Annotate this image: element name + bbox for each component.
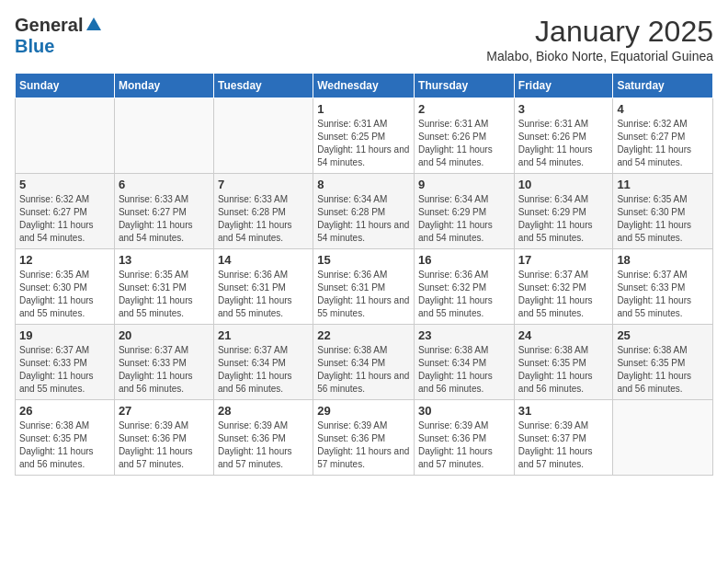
table-row	[613, 400, 713, 476]
day-number: 9	[418, 178, 510, 191]
day-number: 30	[418, 404, 510, 418]
table-row: 11Sunrise: 6:35 AM Sunset: 6:30 PM Dayli…	[613, 174, 713, 249]
day-info: Sunrise: 6:32 AM Sunset: 6:27 PM Dayligh…	[19, 193, 110, 245]
day-number: 27	[119, 404, 210, 418]
table-row: 6Sunrise: 6:33 AM Sunset: 6:27 PM Daylig…	[114, 174, 213, 249]
day-number: 4	[617, 102, 709, 116]
day-info: Sunrise: 6:36 AM Sunset: 6:32 PM Dayligh…	[418, 269, 510, 320]
logo: General Blue	[15, 15, 102, 57]
month-title: January 2025	[486, 15, 713, 49]
svg-marker-0	[86, 17, 101, 30]
day-info: Sunrise: 6:38 AM Sunset: 6:35 PM Dayligh…	[617, 344, 709, 396]
calendar-week-1: 1Sunrise: 6:31 AM Sunset: 6:25 PM Daylig…	[16, 98, 713, 174]
day-info: Sunrise: 6:38 AM Sunset: 6:34 PM Dayligh…	[418, 344, 510, 396]
day-info: Sunrise: 6:38 AM Sunset: 6:35 PM Dayligh…	[19, 419, 110, 471]
table-row: 13Sunrise: 6:35 AM Sunset: 6:31 PM Dayli…	[114, 249, 213, 325]
day-number: 15	[317, 253, 410, 267]
table-row: 20Sunrise: 6:37 AM Sunset: 6:33 PM Dayli…	[114, 325, 213, 400]
day-number: 7	[218, 178, 309, 191]
table-row: 26Sunrise: 6:38 AM Sunset: 6:35 PM Dayli…	[16, 400, 115, 476]
day-number: 28	[218, 404, 309, 418]
day-number: 29	[317, 404, 410, 418]
day-info: Sunrise: 6:32 AM Sunset: 6:27 PM Dayligh…	[617, 118, 709, 169]
table-row: 25Sunrise: 6:38 AM Sunset: 6:35 PM Dayli…	[613, 325, 713, 400]
day-number: 12	[19, 253, 110, 267]
day-number: 5	[19, 178, 110, 191]
logo-blue: Blue	[15, 36, 54, 56]
day-info: Sunrise: 6:39 AM Sunset: 6:36 PM Dayligh…	[418, 419, 510, 471]
table-row: 31Sunrise: 6:39 AM Sunset: 6:37 PM Dayli…	[514, 400, 613, 476]
title-block: January 2025 Malabo, Bioko Norte, Equato…	[486, 15, 713, 63]
day-info: Sunrise: 6:37 AM Sunset: 6:34 PM Dayligh…	[218, 344, 309, 396]
weekday-thursday: Thursday	[415, 74, 515, 98]
weekday-sunday: Sunday	[16, 74, 115, 98]
logo-general: General	[15, 15, 83, 36]
day-info: Sunrise: 6:34 AM Sunset: 6:29 PM Dayligh…	[518, 193, 609, 245]
day-number: 31	[518, 404, 609, 418]
day-number: 10	[518, 178, 609, 191]
weekday-saturday: Saturday	[613, 74, 713, 98]
day-info: Sunrise: 6:39 AM Sunset: 6:36 PM Dayligh…	[218, 419, 309, 471]
table-row: 3Sunrise: 6:31 AM Sunset: 6:26 PM Daylig…	[514, 98, 613, 174]
day-number: 11	[617, 178, 709, 191]
day-number: 2	[418, 102, 510, 116]
table-row: 19Sunrise: 6:37 AM Sunset: 6:33 PM Dayli…	[16, 325, 115, 400]
day-info: Sunrise: 6:39 AM Sunset: 6:37 PM Dayligh…	[518, 419, 609, 471]
day-info: Sunrise: 6:33 AM Sunset: 6:27 PM Dayligh…	[119, 193, 210, 245]
weekday-tuesday: Tuesday	[213, 74, 313, 98]
weekday-wednesday: Wednesday	[313, 74, 415, 98]
table-row: 12Sunrise: 6:35 AM Sunset: 6:30 PM Dayli…	[16, 249, 115, 325]
day-info: Sunrise: 6:35 AM Sunset: 6:31 PM Dayligh…	[119, 269, 210, 320]
calendar-table: SundayMondayTuesdayWednesdayThursdayFrid…	[15, 73, 713, 476]
day-info: Sunrise: 6:39 AM Sunset: 6:36 PM Dayligh…	[119, 419, 210, 471]
day-number: 24	[518, 328, 609, 342]
table-row: 21Sunrise: 6:37 AM Sunset: 6:34 PM Dayli…	[213, 325, 313, 400]
page-header: General Blue January 2025 Malabo, Bioko …	[15, 15, 713, 63]
table-row: 5Sunrise: 6:32 AM Sunset: 6:27 PM Daylig…	[16, 174, 115, 249]
table-row	[16, 98, 115, 174]
day-info: Sunrise: 6:37 AM Sunset: 6:33 PM Dayligh…	[119, 344, 210, 396]
table-row: 28Sunrise: 6:39 AM Sunset: 6:36 PM Dayli…	[213, 400, 313, 476]
day-number: 19	[19, 328, 110, 342]
day-number: 25	[617, 328, 709, 342]
day-info: Sunrise: 6:39 AM Sunset: 6:36 PM Dayligh…	[317, 419, 410, 471]
location-subtitle: Malabo, Bioko Norte, Equatorial Guinea	[486, 49, 713, 63]
day-number: 16	[418, 253, 510, 267]
day-number: 8	[317, 178, 410, 191]
day-number: 17	[518, 253, 609, 267]
calendar-week-5: 26Sunrise: 6:38 AM Sunset: 6:35 PM Dayli…	[16, 400, 713, 476]
weekday-header-row: SundayMondayTuesdayWednesdayThursdayFrid…	[16, 74, 713, 98]
table-row: 4Sunrise: 6:32 AM Sunset: 6:27 PM Daylig…	[613, 98, 713, 174]
table-row: 14Sunrise: 6:36 AM Sunset: 6:31 PM Dayli…	[213, 249, 313, 325]
table-row: 7Sunrise: 6:33 AM Sunset: 6:28 PM Daylig…	[213, 174, 313, 249]
day-info: Sunrise: 6:36 AM Sunset: 6:31 PM Dayligh…	[218, 269, 309, 320]
day-number: 6	[119, 178, 210, 191]
day-info: Sunrise: 6:36 AM Sunset: 6:31 PM Dayligh…	[317, 269, 410, 320]
day-info: Sunrise: 6:37 AM Sunset: 6:32 PM Dayligh…	[518, 269, 609, 320]
table-row: 23Sunrise: 6:38 AM Sunset: 6:34 PM Dayli…	[415, 325, 515, 400]
table-row: 8Sunrise: 6:34 AM Sunset: 6:28 PM Daylig…	[313, 174, 415, 249]
day-number: 13	[119, 253, 210, 267]
calendar-body: 1Sunrise: 6:31 AM Sunset: 6:25 PM Daylig…	[16, 98, 713, 476]
day-number: 20	[119, 328, 210, 342]
calendar-week-4: 19Sunrise: 6:37 AM Sunset: 6:33 PM Dayli…	[16, 325, 713, 400]
day-number: 23	[418, 328, 510, 342]
table-row: 30Sunrise: 6:39 AM Sunset: 6:36 PM Dayli…	[415, 400, 515, 476]
table-row: 9Sunrise: 6:34 AM Sunset: 6:29 PM Daylig…	[415, 174, 515, 249]
table-row: 16Sunrise: 6:36 AM Sunset: 6:32 PM Dayli…	[415, 249, 515, 325]
day-number: 1	[317, 102, 410, 116]
day-number: 3	[518, 102, 609, 116]
day-number: 22	[317, 328, 410, 342]
day-info: Sunrise: 6:31 AM Sunset: 6:26 PM Dayligh…	[418, 118, 510, 169]
day-info: Sunrise: 6:38 AM Sunset: 6:34 PM Dayligh…	[317, 344, 410, 396]
table-row: 29Sunrise: 6:39 AM Sunset: 6:36 PM Dayli…	[313, 400, 415, 476]
table-row: 17Sunrise: 6:37 AM Sunset: 6:32 PM Dayli…	[514, 249, 613, 325]
table-row: 27Sunrise: 6:39 AM Sunset: 6:36 PM Dayli…	[114, 400, 213, 476]
table-row: 2Sunrise: 6:31 AM Sunset: 6:26 PM Daylig…	[415, 98, 515, 174]
table-row	[213, 98, 313, 174]
calendar-week-2: 5Sunrise: 6:32 AM Sunset: 6:27 PM Daylig…	[16, 174, 713, 249]
table-row	[114, 98, 213, 174]
weekday-friday: Friday	[514, 74, 613, 98]
day-info: Sunrise: 6:37 AM Sunset: 6:33 PM Dayligh…	[19, 344, 110, 396]
day-info: Sunrise: 6:34 AM Sunset: 6:28 PM Dayligh…	[317, 193, 410, 245]
